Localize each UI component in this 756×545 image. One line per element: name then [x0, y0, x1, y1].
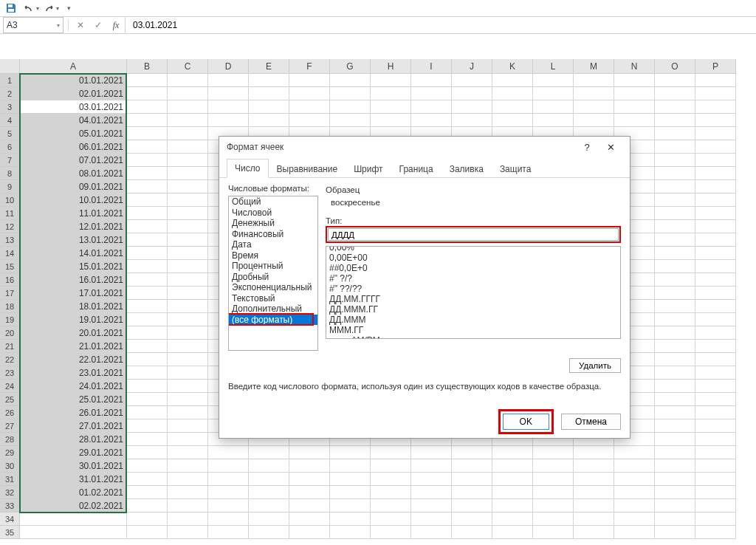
cell[interactable]: 31.01.2021: [20, 473, 127, 486]
row-header-31[interactable]: 31: [0, 473, 20, 486]
cell[interactable]: [168, 446, 208, 459]
cell[interactable]: [574, 526, 614, 539]
cell[interactable]: [533, 499, 574, 513]
row-header-26[interactable]: 26: [0, 406, 20, 419]
category-item[interactable]: Процентный: [229, 261, 317, 272]
cell[interactable]: [249, 114, 289, 127]
cell[interactable]: [492, 499, 533, 513]
cell[interactable]: [168, 326, 208, 340]
cell[interactable]: [452, 513, 492, 526]
cell[interactable]: 08.01.2021: [20, 167, 127, 180]
row-header-32[interactable]: 32: [0, 486, 20, 499]
row-header-28[interactable]: 28: [0, 433, 20, 446]
cell[interactable]: [614, 459, 655, 473]
column-header-O[interactable]: O: [655, 59, 695, 74]
format-item[interactable]: 0,00E+00: [326, 253, 620, 263]
cell[interactable]: [127, 473, 168, 486]
cell[interactable]: [371, 446, 411, 459]
row-header-3[interactable]: 3: [0, 100, 20, 114]
cell[interactable]: [411, 74, 452, 87]
cell[interactable]: [411, 100, 452, 114]
cell[interactable]: [208, 459, 249, 473]
cell[interactable]: [208, 499, 249, 513]
cell[interactable]: [695, 526, 736, 539]
cell[interactable]: [371, 526, 411, 539]
cell[interactable]: [168, 273, 208, 287]
cell[interactable]: [330, 74, 371, 87]
cell[interactable]: [168, 366, 208, 380]
row-header-6[interactable]: 6: [0, 140, 20, 154]
cell[interactable]: [330, 114, 371, 127]
cell[interactable]: [127, 140, 168, 154]
cell[interactable]: [695, 74, 736, 87]
undo-caret-icon[interactable]: ▾: [36, 5, 39, 12]
cell[interactable]: [655, 154, 695, 167]
cell[interactable]: [127, 486, 168, 499]
cell[interactable]: [289, 499, 330, 513]
cell[interactable]: [289, 473, 330, 486]
cell[interactable]: 20.01.2021: [20, 326, 127, 340]
row-header-16[interactable]: 16: [0, 273, 20, 287]
cell[interactable]: [695, 233, 736, 247]
cell[interactable]: [127, 220, 168, 233]
category-list[interactable]: ОбщийЧисловойДенежныйФинансовыйДатаВремя…: [228, 196, 318, 351]
row-header-24[interactable]: 24: [0, 380, 20, 393]
cell[interactable]: 02.02.2021: [20, 499, 127, 513]
row-header-33[interactable]: 33: [0, 499, 20, 513]
column-header-C[interactable]: C: [168, 59, 208, 74]
type-input[interactable]: [328, 228, 619, 241]
cell[interactable]: [411, 486, 452, 499]
cell[interactable]: [411, 446, 452, 459]
cell[interactable]: [127, 499, 168, 513]
cell[interactable]: [249, 87, 289, 100]
cell[interactable]: [533, 459, 574, 473]
cell[interactable]: [330, 100, 371, 114]
cell[interactable]: [168, 473, 208, 486]
cell[interactable]: [655, 300, 695, 313]
category-item[interactable]: (все форматы): [229, 315, 317, 326]
row-header-15[interactable]: 15: [0, 260, 20, 273]
cell[interactable]: [371, 459, 411, 473]
cell[interactable]: [533, 526, 574, 539]
cell[interactable]: 28.01.2021: [20, 433, 127, 446]
cell[interactable]: [411, 473, 452, 486]
cell[interactable]: [695, 287, 736, 300]
format-item[interactable]: #" ?/?: [326, 273, 620, 284]
cell[interactable]: [249, 74, 289, 87]
cell[interactable]: [127, 433, 168, 446]
cell[interactable]: [249, 513, 289, 526]
cell[interactable]: [533, 446, 574, 459]
cell[interactable]: [452, 74, 492, 87]
select-all-corner[interactable]: [0, 59, 20, 74]
category-item[interactable]: Числовой: [229, 208, 317, 219]
cell[interactable]: [574, 499, 614, 513]
row-header-35[interactable]: 35: [0, 526, 20, 539]
row-header-30[interactable]: 30: [0, 459, 20, 473]
column-header-K[interactable]: K: [492, 59, 533, 74]
cell[interactable]: [168, 220, 208, 233]
cell[interactable]: [127, 526, 168, 539]
cell[interactable]: [533, 74, 574, 87]
cell[interactable]: [127, 366, 168, 380]
cell[interactable]: [695, 340, 736, 353]
format-item[interactable]: ч:мм AM/PM: [326, 335, 620, 339]
save-button[interactable]: [3, 1, 19, 16]
cell[interactable]: [492, 459, 533, 473]
cell[interactable]: 21.01.2021: [20, 340, 127, 353]
column-header-P[interactable]: P: [695, 59, 736, 74]
cell[interactable]: [168, 287, 208, 300]
cell[interactable]: [614, 114, 655, 127]
cell[interactable]: [168, 114, 208, 127]
cell[interactable]: [452, 114, 492, 127]
category-item[interactable]: Денежный: [229, 218, 317, 229]
cell[interactable]: [533, 486, 574, 499]
cell[interactable]: [411, 459, 452, 473]
cell[interactable]: [655, 353, 695, 366]
undo-button[interactable]: [21, 1, 37, 16]
cell[interactable]: [208, 473, 249, 486]
cell[interactable]: [695, 486, 736, 499]
cell[interactable]: 11.01.2021: [20, 207, 127, 220]
cell[interactable]: 01.01.2021: [20, 74, 127, 87]
cell[interactable]: [289, 114, 330, 127]
cell[interactable]: [655, 326, 695, 340]
